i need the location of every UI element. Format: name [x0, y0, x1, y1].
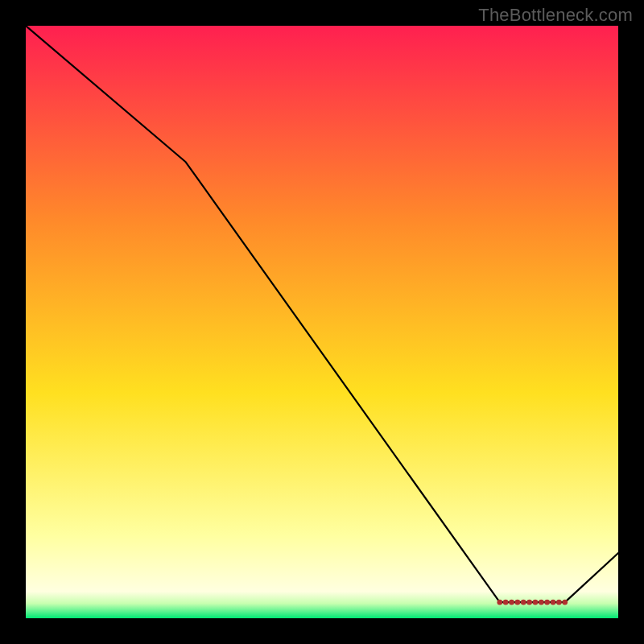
marker-dot — [533, 600, 539, 605]
marker-dot — [521, 600, 526, 605]
marker-dot — [551, 600, 556, 605]
marker-dot — [562, 600, 568, 605]
marker-dot — [515, 600, 521, 605]
marker-dot — [497, 600, 503, 605]
gradient-background — [26, 26, 618, 618]
marker-dot — [556, 600, 562, 605]
chart-svg — [26, 26, 618, 618]
marker-dot — [509, 600, 514, 605]
marker-dot — [539, 600, 544, 605]
watermark-text: TheBottleneck.com — [478, 5, 633, 26]
chart-frame: TheBottleneck.com — [0, 0, 644, 644]
plot-area — [26, 26, 618, 618]
marker-dot — [544, 600, 550, 605]
marker-dot — [526, 600, 532, 605]
marker-dot — [503, 600, 509, 605]
